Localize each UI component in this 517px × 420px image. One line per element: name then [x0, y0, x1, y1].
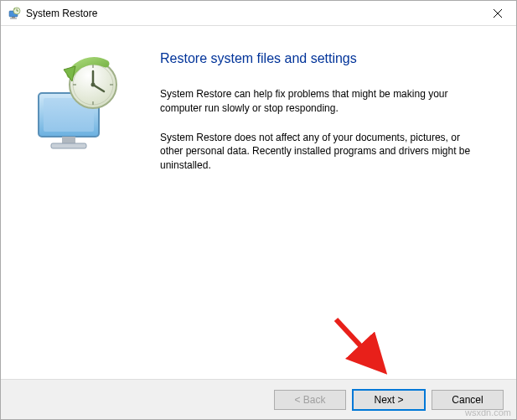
- close-button[interactable]: [478, 1, 516, 26]
- system-restore-large-icon: [22, 51, 131, 163]
- cancel-button[interactable]: Cancel: [432, 390, 504, 410]
- back-button: < Back: [274, 390, 346, 410]
- sidebar: [1, 26, 152, 379]
- next-button[interactable]: Next >: [353, 390, 425, 410]
- svg-rect-11: [51, 143, 86, 148]
- description-paragraph-2: System Restore does not affect any of yo…: [160, 131, 483, 173]
- system-restore-window: System Restore: [0, 0, 517, 420]
- svg-rect-1: [12, 17, 15, 18]
- close-icon: [494, 7, 502, 20]
- system-restore-icon: [8, 7, 21, 20]
- svg-rect-10: [62, 137, 75, 143]
- watermark-text: wsxdn.com: [465, 407, 511, 417]
- svg-rect-2: [10, 18, 17, 18]
- svg-point-20: [91, 83, 96, 87]
- description-paragraph-1: System Restore can help fix problems tha…: [160, 87, 483, 116]
- main-panel: Restore system files and settings System…: [152, 26, 516, 379]
- titlebar: System Restore: [1, 1, 516, 26]
- window-title: System Restore: [26, 8, 97, 19]
- button-bar: < Back Next > Cancel: [1, 379, 516, 419]
- content-area: Restore system files and settings System…: [1, 26, 516, 379]
- page-heading: Restore system files and settings: [160, 51, 483, 66]
